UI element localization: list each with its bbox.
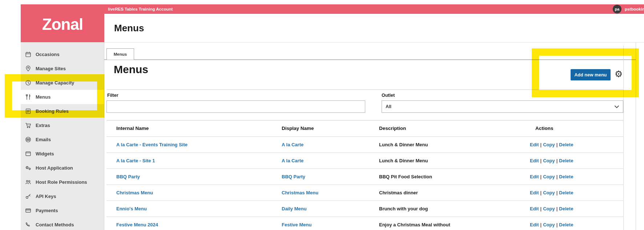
table-row: A la Carte - Site 1 A la Carte Lunch & D… [104,153,623,169]
display-name-link[interactable]: A la Carte [282,158,303,163]
sidebar-item-contact-methods[interactable]: Contact Methods [21,218,104,230]
copy-link[interactable]: Copy [543,158,555,163]
copy-link[interactable]: Copy [543,174,555,179]
actions-cell: Edit|Copy|Delete [530,190,573,195]
sidebar-item-label: Widgets [36,151,54,156]
top-bar: liveRES Tables Training Account pa pstbo… [21,4,644,14]
chevron-down-icon [614,103,619,110]
description-cell: Christmas dinner [379,190,418,195]
avatar[interactable]: pa [613,5,621,13]
sidebar-item-emails[interactable]: Emails [21,132,104,147]
internal-name-link[interactable]: A la Carte - Events Training Site [116,142,188,147]
sidebar-item-host-application[interactable]: Host Application [21,161,104,175]
email-icon [25,136,31,143]
copy-link[interactable]: Copy [543,142,555,147]
action-separator: | [539,222,543,227]
annotation-highlight-box-sidebar [5,74,104,118]
description-cell: Brunch with your dog [379,206,428,211]
people-icon [25,179,31,185]
sidebar-item-label: API Keys [36,194,56,199]
table-header-row: Internal Name Display Name Description A… [104,120,623,136]
action-separator: | [539,174,543,179]
edit-link[interactable]: Edit [530,206,539,211]
sidebar-item-label: Occasions [36,52,60,57]
sidebar-item-manage-sites[interactable]: Manage Sites [21,62,104,76]
edit-link[interactable]: Edit [530,142,539,147]
delete-link[interactable]: Delete [559,222,573,227]
gears-icon [25,165,31,171]
delete-link[interactable]: Delete [559,142,573,147]
action-separator: | [555,222,559,227]
action-separator: | [539,190,543,195]
table-row: A la Carte - Events Training Site A la C… [104,137,623,153]
action-separator: | [555,174,559,179]
delete-link[interactable]: Delete [559,206,573,211]
action-separator: | [555,206,559,211]
cart-icon [25,122,31,128]
action-separator: | [555,190,559,195]
edit-link[interactable]: Edit [530,222,539,227]
display-name-link[interactable]: BBQ Party [282,174,305,179]
actions-cell: Edit|Copy|Delete [530,158,573,163]
internal-name-link[interactable]: A la Carte - Site 1 [116,158,155,163]
copy-link[interactable]: Copy [543,222,555,227]
internal-name-link[interactable]: Ennio's Menu [116,206,147,211]
location-pin-icon [25,66,31,72]
table-row: Festive Menu 2024 Festive Menu Enjoy a C… [104,217,623,230]
annotation-highlight-box-add-menu [532,48,639,97]
zonal-logo: Zonal [42,15,83,33]
display-name-link[interactable]: A la Carte [282,142,303,147]
edit-link[interactable]: Edit [530,174,539,179]
action-separator: | [555,142,559,147]
card-icon [25,207,31,214]
sidebar-item-label: Contact Methods [36,222,74,227]
table-row: Ennio's Menu Daily Menu Brunch with your… [104,201,623,217]
actions-cell: Edit|Copy|Delete [530,142,573,147]
delete-link[interactable]: Delete [559,190,573,195]
table-row: Christmas Menu Christmas Menu Christmas … [104,185,623,201]
description-cell: Lunch & Dinner Menu [379,142,428,147]
sidebar-item-widgets[interactable]: Widgets [21,147,104,161]
sidebar-item-label: Extras [36,123,50,128]
copy-link[interactable]: Copy [543,206,555,211]
outlet-label: Outlet [382,93,395,98]
action-separator: | [555,158,559,163]
column-header-description: Description [379,126,406,131]
action-separator: | [539,206,543,211]
section-title: Menus [114,63,148,76]
sidebar-item-api-keys[interactable]: API Keys [21,189,104,203]
delete-link[interactable]: Delete [559,174,573,179]
sidebar-item-occasions[interactable]: Occasions [21,47,104,62]
column-header-internal-name: Internal Name [116,126,149,131]
delete-link[interactable]: Delete [559,158,573,163]
internal-name-link[interactable]: Christmas Menu [116,190,153,195]
key-icon [25,193,31,199]
outlet-select[interactable]: All [382,100,623,113]
brand-logo-block: Zonal [21,4,104,42]
calendar-icon [25,51,31,58]
sidebar-item-extras[interactable]: Extras [21,118,104,132]
copy-link[interactable]: Copy [543,190,555,195]
sidebar-item-label: Emails [36,137,51,142]
edit-link[interactable]: Edit [530,190,539,195]
user-name: pstbookings.admin [625,7,644,11]
sidebar-item-label: Host Application [36,165,73,171]
sidebar-item-payments[interactable]: Payments [21,203,104,218]
sidebar-item-label: Manage Sites [36,66,66,71]
internal-name-link[interactable]: Festive Menu 2024 [116,222,158,227]
column-header-actions: Actions [535,126,554,131]
actions-cell: Edit|Copy|Delete [530,206,573,211]
tab-menus[interactable]: Menus [106,48,134,60]
display-name-link[interactable]: Daily Menu [282,206,307,211]
filter-input[interactable] [106,100,365,113]
outlet-selected-value: All [386,104,614,109]
user-menu[interactable]: pa pstbookings.admin [613,5,644,13]
action-separator: | [539,142,543,147]
sidebar-item-host-role-permissions[interactable]: Host Role Permissions [21,175,104,189]
edit-link[interactable]: Edit [530,158,539,163]
display-name-link[interactable]: Christmas Menu [282,190,318,195]
display-name-link[interactable]: Festive Menu [282,222,311,227]
phone-icon [25,222,31,228]
page-header: Menus [104,14,644,43]
internal-name-link[interactable]: BBQ Party [116,174,140,179]
